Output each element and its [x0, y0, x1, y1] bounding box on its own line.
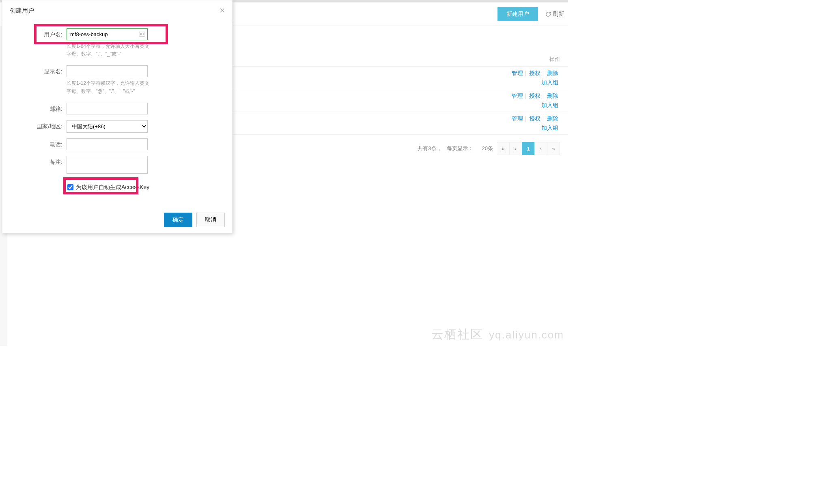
remark-label: 备注: [14, 156, 67, 166]
dialog-footer: 确定 取消 [2, 207, 232, 233]
autokey-label: 为该用户自动生成AccessKey [76, 184, 149, 191]
link-auth[interactable]: 授权 [529, 115, 541, 122]
username-hint: 长度1-64个字符，允许输入大小写英文 字母、数字、"."、"_"或"-" [67, 43, 156, 58]
id-card-icon [139, 31, 145, 38]
ok-button[interactable]: 确定 [164, 213, 192, 227]
cancel-button[interactable]: 取消 [196, 213, 225, 227]
dialog-title: 创建用户 [10, 7, 34, 15]
page-1[interactable]: 1 [522, 142, 535, 155]
region-select[interactable]: 中国大陆(+86) [67, 120, 148, 133]
table-row: 管理| 授权| 删除 加入组 [233, 89, 568, 112]
phone-label: 电话: [14, 138, 67, 149]
toolbar: 新建用户 刷新 [233, 2, 568, 26]
table-row: 管理| 授权| 删除 加入组 [233, 112, 568, 135]
link-join-group[interactable]: 加入组 [512, 78, 558, 87]
link-delete[interactable]: 删除 [547, 93, 558, 99]
pagination-pagesize-label: 每页显示： [447, 145, 473, 152]
link-manage[interactable]: 管理 [512, 70, 523, 76]
link-auth[interactable]: 授权 [529, 93, 541, 99]
link-join-group[interactable]: 加入组 [512, 101, 558, 110]
refresh-button[interactable]: 刷新 [545, 11, 564, 18]
link-manage[interactable]: 管理 [512, 115, 523, 122]
svg-point-1 [140, 33, 142, 34]
region-label: 国家/地区: [14, 120, 67, 130]
page-first[interactable]: « [497, 142, 510, 155]
phone-input[interactable] [67, 138, 148, 150]
watermark: 云栖社区 yq.aliyun.com [431, 326, 564, 343]
username-input[interactable] [67, 28, 148, 40]
page-last[interactable]: » [547, 142, 560, 155]
create-user-dialog: 创建用户 × 用户名: 长度1-64个字符，允许输入大小写英文 字母、数字、".… [2, 0, 233, 233]
autokey-checkbox[interactable] [67, 184, 73, 190]
table-header: 操作 [233, 26, 568, 67]
page-next[interactable]: › [534, 142, 547, 155]
remark-textarea[interactable] [67, 156, 148, 174]
dialog-header: 创建用户 × [2, 0, 232, 21]
dialog-body: 用户名: 长度1-64个字符，允许输入大小写英文 字母、数字、"."、"_"或"… [2, 21, 232, 191]
page-prev[interactable]: ‹ [509, 142, 522, 155]
display-input[interactable] [67, 65, 148, 77]
link-delete[interactable]: 删除 [547, 115, 558, 122]
display-label: 显示名: [14, 65, 67, 75]
refresh-label: 刷新 [553, 11, 564, 18]
pagination: 共有3条， 每页显示： 20条 « ‹ 1 › » [233, 135, 568, 162]
link-delete[interactable]: 删除 [547, 70, 558, 76]
username-label: 用户名: [14, 28, 67, 39]
new-user-button[interactable]: 新建用户 [497, 7, 538, 21]
close-button[interactable]: × [220, 5, 225, 16]
email-input[interactable] [67, 103, 148, 114]
link-auth[interactable]: 授权 [529, 70, 541, 76]
email-label: 邮箱: [14, 103, 67, 113]
pagination-total: 共有3条， [418, 145, 441, 152]
pagination-pagesize[interactable]: 20条 [482, 145, 493, 152]
display-hint: 长度1-12个字符或汉字，允许输入英文 字母、数字、"@"、"."、"_"或"-… [67, 80, 156, 95]
col-action: 操作 [549, 56, 560, 63]
link-manage[interactable]: 管理 [512, 93, 523, 99]
refresh-icon [545, 11, 551, 17]
table-row: 管理| 授权| 删除 加入组 [233, 67, 568, 89]
content-area: 操作 管理| 授权| 删除 加入组 管理| 授权| 删除 加入组 管理| 授权|… [233, 26, 568, 346]
autokey-checkbox-row[interactable]: 为该用户自动生成AccessKey [67, 184, 221, 191]
link-join-group[interactable]: 加入组 [512, 123, 558, 132]
